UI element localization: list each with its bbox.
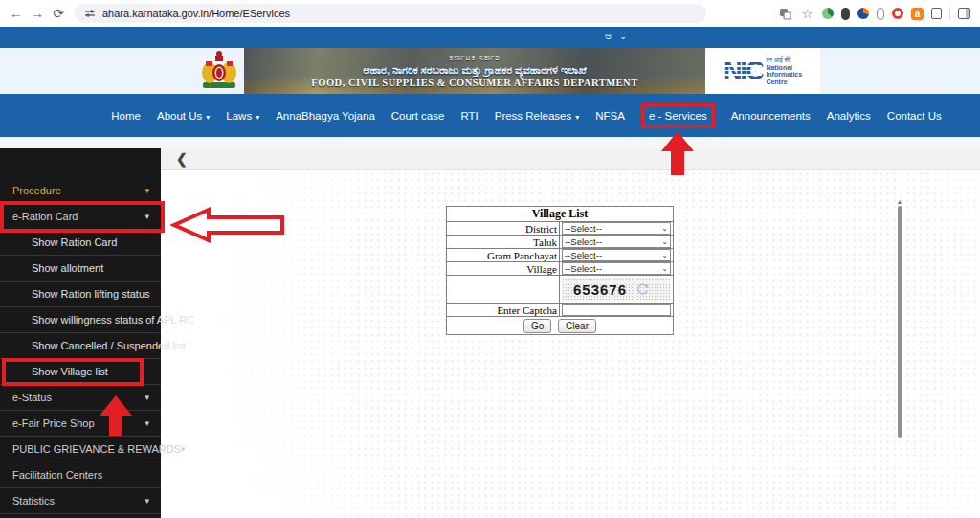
chevron-down-icon xyxy=(145,393,149,402)
gram-panchayat-label: Gram Panchayat xyxy=(447,249,560,262)
nav-about-us[interactable]: About Us xyxy=(157,110,210,122)
karnataka-emblem xyxy=(197,50,241,92)
back-icon[interactable]: ← xyxy=(6,3,27,24)
side-panel-icon[interactable] xyxy=(958,8,970,19)
dropdown-arrow-icon xyxy=(661,251,668,259)
village-label: Village xyxy=(447,262,560,276)
nav-contact-us[interactable]: Contact Us xyxy=(887,110,942,122)
village-select[interactable]: --Select-- xyxy=(562,262,671,275)
nic-abbr: NIC xyxy=(724,58,763,84)
nav-analytics[interactable]: Analytics xyxy=(827,110,871,122)
annotation-left-arrow xyxy=(170,207,285,243)
forward-icon[interactable]: → xyxy=(27,3,48,24)
eservices-sidebar: Procedure e-Ration Card Show Ration Card… xyxy=(0,148,161,518)
form-title: Village List xyxy=(447,207,674,222)
sidebar-item-show-village-list[interactable]: Show Village list xyxy=(0,359,161,385)
sidebar-item-e-fair-price-shop[interactable]: e-Fair Price Shop xyxy=(0,411,161,437)
district-select[interactable]: --Select-- xyxy=(562,222,671,235)
sidebar-item-public-grievance-rewards[interactable]: PUBLIC GRIEVANCE & REWARDS xyxy=(0,437,161,462)
nav-home[interactable]: Home xyxy=(111,110,141,122)
bookmark-star-icon[interactable]: ☆ xyxy=(800,7,814,21)
district-label: District xyxy=(447,222,560,236)
annotation-up-arrow xyxy=(660,131,695,175)
gram-panchayat-select[interactable]: --Select-- xyxy=(562,249,671,261)
reload-icon[interactable]: ⟳ xyxy=(48,3,69,24)
nic-line1: National xyxy=(766,64,802,72)
content-topbar: ❮ xyxy=(161,148,980,170)
language-strip: ಅ ⌄ xyxy=(0,27,980,48)
nav-press-releases[interactable]: Press Releases xyxy=(495,110,580,122)
extension-icon-5[interactable] xyxy=(892,8,903,19)
captcha-image: 653676 xyxy=(562,278,671,301)
sidebar-item-show-ration-lifting-status[interactable]: Show Ration lifting status xyxy=(0,282,161,307)
annotation-up-arrow-sidebar xyxy=(99,395,133,436)
sidebar-item-show-willingness-status[interactable]: Show willingness status of APL RC xyxy=(0,307,161,333)
captcha-empty-cell xyxy=(447,276,560,304)
taluk-select[interactable]: --Select-- xyxy=(562,236,671,248)
clear-button[interactable]: Clear xyxy=(558,319,596,333)
nic-hindi: एन आई सी xyxy=(766,56,802,64)
chevron-down-icon xyxy=(256,110,259,122)
nav-nfsa[interactable]: NFSA xyxy=(595,110,625,122)
govt-name-kannada: ಕರ್ನಾಟಕ ಸರ್ಕಾರ xyxy=(449,54,500,63)
sidebar-item-e-status[interactable]: e-Status xyxy=(0,385,161,411)
chevron-down-icon xyxy=(145,186,149,195)
go-button[interactable]: Go xyxy=(523,319,551,333)
url-text[interactable]: ahara.karnataka.gov.in/Home/EServices xyxy=(102,8,290,19)
chevron-down-icon xyxy=(145,418,149,428)
chevron-down-icon xyxy=(575,110,579,122)
chevron-down-icon: ⌄ xyxy=(619,32,627,41)
captcha-refresh-icon[interactable] xyxy=(635,282,650,297)
extension-icon-2[interactable] xyxy=(841,8,850,20)
main-navigation: Home About Us Laws AnnaBhagya Yojana Cou… xyxy=(0,94,980,137)
nic-line2: Informatics xyxy=(766,71,802,79)
page-gap-strip xyxy=(0,137,980,148)
extension-icon-1[interactable] xyxy=(822,8,834,19)
translate-icon[interactable] xyxy=(778,7,792,21)
captcha-input[interactable] xyxy=(562,304,671,316)
dept-name-english: FOOD, CIVIL SUPPLIES & CONSUMER AFFAIRS … xyxy=(311,78,637,88)
extensions-puzzle-icon[interactable] xyxy=(931,8,942,19)
nav-e-services[interactable]: e - Services xyxy=(641,103,715,128)
village-list-form: Village List District --Select-- Taluk -… xyxy=(446,206,674,335)
dept-name-kannada: ಆಹಾರ, ನಾಗರಿಕ ಸರಬರಾಜು ಮತ್ತು ಗ್ರಾಹಕರ ವ್ಯವಹ… xyxy=(363,64,586,77)
captcha-code: 653676 xyxy=(573,282,627,298)
sidebar-item-show-allotment[interactable]: Show allotment xyxy=(0,256,161,282)
extension-icon-6[interactable]: a xyxy=(911,8,924,20)
nic-line3: Centre xyxy=(766,79,802,86)
nic-logo: NIC एन आई सी National Informatics Centre xyxy=(705,48,820,94)
dropdown-arrow-icon xyxy=(661,224,668,233)
sidebar-item-facilitation-centers[interactable]: Facilitation Centers xyxy=(0,462,161,488)
language-icon: ಅ xyxy=(605,30,612,42)
nav-annabhagya-yojana[interactable]: AnnaBhagya Yojana xyxy=(276,110,375,122)
enter-captcha-label: Enter Captcha xyxy=(447,304,560,317)
nav-court-case[interactable]: Court case xyxy=(391,110,445,122)
sidebar-collapse-icon[interactable]: ❮ xyxy=(176,151,188,167)
dropdown-arrow-icon xyxy=(661,237,668,246)
content-area: ❮ Village List District --Select-- Taluk… xyxy=(161,148,980,518)
sidebar-item-e-ration-card[interactable]: e-Ration Card xyxy=(0,204,161,230)
dropdown-arrow-icon xyxy=(661,264,668,273)
language-selector[interactable]: ಅ ⌄ xyxy=(605,30,627,42)
nav-rti[interactable]: RTI xyxy=(460,110,478,122)
taluk-label: Taluk xyxy=(447,236,560,249)
address-bar[interactable]: ahara.karnataka.gov.in/Home/EServices xyxy=(75,4,706,23)
toolbar-divider xyxy=(949,7,950,20)
chevron-down-icon xyxy=(145,212,149,221)
sidebar-item-show-ration-card[interactable]: Show Ration Card xyxy=(0,230,161,256)
nav-laws[interactable]: Laws xyxy=(226,110,259,122)
site-info-icon[interactable] xyxy=(84,8,96,19)
sidebar-item-show-cancelled-suspended[interactable]: Show Cancelled / Suspended list xyxy=(0,333,161,359)
iframe-scrollbar[interactable] xyxy=(898,206,902,438)
chevron-down-icon xyxy=(206,110,210,122)
department-banner: ಕರ್ನಾಟಕ ಸರ್ಕಾರ ಆಹಾರ, ನಾಗರಿಕ ಸರಬರಾಜು ಮತ್ತ… xyxy=(0,48,980,94)
chevron-down-icon xyxy=(181,444,186,454)
sidebar-item-procedure[interactable]: Procedure xyxy=(0,178,161,204)
nav-announcements[interactable]: Announcements xyxy=(731,110,811,122)
banner-photo: ಕರ್ನಾಟಕ ಸರ್ಕಾರ ಆಹಾರ, ನಾಗರಿಕ ಸರಬರಾಜು ಮತ್ತ… xyxy=(244,48,705,94)
extension-icon-4[interactable] xyxy=(877,8,884,20)
chevron-down-icon xyxy=(145,496,149,506)
extension-icon-3[interactable] xyxy=(858,8,869,19)
sidebar-item-statistics[interactable]: Statistics xyxy=(0,488,161,514)
browser-toolbar: ← → ⟳ ahara.karnataka.gov.in/Home/EServi… xyxy=(0,0,980,27)
